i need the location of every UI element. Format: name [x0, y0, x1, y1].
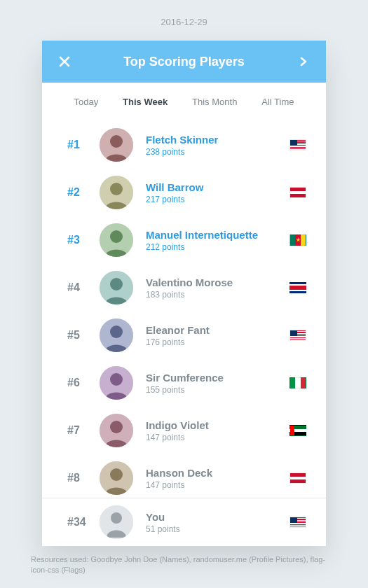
svg-point-3 [110, 183, 123, 195]
avatar [100, 414, 133, 447]
player-name: You [146, 511, 289, 523]
leaderboard-row-you[interactable]: #34You51 points [42, 498, 326, 546]
player-info: You51 points [133, 511, 289, 534]
player-name: Hanson Deck [146, 467, 289, 479]
player-name: Manuel Internetiquette [146, 229, 289, 241]
player-points: 51 points [146, 524, 289, 534]
flag-icon [289, 377, 306, 388]
leaderboard-row[interactable]: #5Eleanor Fant176 points [42, 312, 326, 359]
flag-icon [289, 139, 306, 150]
player-points: 155 points [146, 385, 289, 395]
svg-point-7 [110, 278, 123, 290]
avatar [100, 271, 133, 304]
rank-label: #6 [67, 377, 100, 389]
avatar [100, 461, 133, 495]
avatar [100, 366, 133, 400]
player-info: Manuel Internetiquette212 points [133, 229, 289, 252]
player-info: Valentino Morose183 points [133, 276, 289, 300]
player-points: 176 points [146, 337, 289, 347]
avatar [100, 223, 133, 257]
player-points: 183 points [146, 290, 289, 300]
rank-label: #8 [67, 472, 100, 484]
player-info: Hanson Deck147 points [133, 467, 289, 490]
svg-point-11 [110, 373, 123, 386]
flag-icon [289, 330, 306, 341]
flag-icon [289, 425, 306, 436]
player-name: Valentino Morose [146, 276, 289, 288]
tab-this-week[interactable]: This Week [120, 95, 170, 108]
avatar [100, 318, 133, 352]
player-info: Eleanor Fant176 points [133, 324, 289, 347]
player-points: 147 points [146, 480, 289, 490]
card-header: Top Scoring Players [42, 41, 326, 83]
leaderboard-row[interactable]: #8Hanson Deck147 points [42, 454, 326, 502]
flag-icon [289, 472, 306, 484]
player-points: 217 points [146, 195, 289, 204]
leaderboard-row[interactable]: #3Manuel Internetiquette212 points [42, 216, 326, 264]
rank-label: #3 [67, 234, 100, 246]
svg-point-13 [110, 421, 123, 433]
player-points: 238 points [146, 147, 289, 157]
leaderboard-row[interactable]: #1Fletch Skinner238 points [42, 121, 326, 169]
leaderboard-row[interactable]: #6Sir Cumference155 points [42, 359, 326, 407]
player-name: Will Barrow [146, 181, 289, 193]
rank-label: #4 [67, 281, 100, 294]
leaderboard-row[interactable]: #7Indigo Violet147 points [42, 407, 326, 454]
rank-label: #1 [67, 139, 100, 151]
rank-label: #7 [67, 424, 100, 437]
flag-icon [289, 282, 306, 293]
player-name: Sir Cumference [146, 372, 289, 384]
resources-footer: Resources used: Goodbye John Doe (Names)… [31, 554, 337, 576]
leaderboard-rows: #1Fletch Skinner238 points#2Will Barrow2… [42, 118, 326, 546]
leaderboard-row[interactable]: #2Will Barrow217 points [42, 169, 326, 216]
flag-icon [289, 187, 306, 198]
svg-point-17 [111, 512, 122, 524]
next-button[interactable] [287, 41, 320, 83]
tab-this-month[interactable]: This Month [189, 95, 240, 108]
avatar [100, 505, 133, 539]
time-range-tabs: TodayThis WeekThis MonthAll Time [42, 83, 326, 118]
svg-point-5 [110, 230, 123, 243]
chevron-right-icon [299, 57, 308, 66]
svg-point-9 [110, 326, 123, 338]
player-name: Indigo Violet [146, 419, 289, 431]
page-date: 2016-12-29 [0, 0, 368, 27]
player-info: Will Barrow217 points [133, 181, 289, 204]
leaderboard-card: Top Scoring Players TodayThis WeekThis M… [42, 41, 326, 546]
tab-today[interactable]: Today [71, 95, 101, 108]
player-points: 147 points [146, 433, 289, 442]
leaderboard-row[interactable]: #4Valentino Morose183 points [42, 264, 326, 312]
player-info: Fletch Skinner238 points [133, 134, 289, 157]
rank-label: #34 [67, 516, 100, 528]
tab-all-time[interactable]: All Time [259, 95, 297, 108]
svg-point-15 [110, 468, 123, 481]
rank-label: #2 [67, 186, 100, 199]
player-info: Indigo Violet147 points [133, 419, 289, 442]
flag-icon [289, 234, 306, 246]
svg-point-1 [110, 135, 123, 148]
player-name: Eleanor Fant [146, 324, 289, 336]
rank-label: #5 [67, 329, 100, 342]
avatar [100, 176, 133, 209]
avatar [100, 128, 133, 162]
card-title: Top Scoring Players [123, 55, 245, 69]
player-points: 212 points [146, 242, 289, 252]
close-button[interactable] [48, 41, 81, 83]
flag-icon [289, 517, 306, 528]
player-name: Fletch Skinner [146, 134, 289, 146]
close-icon [59, 56, 70, 67]
player-info: Sir Cumference155 points [133, 372, 289, 395]
